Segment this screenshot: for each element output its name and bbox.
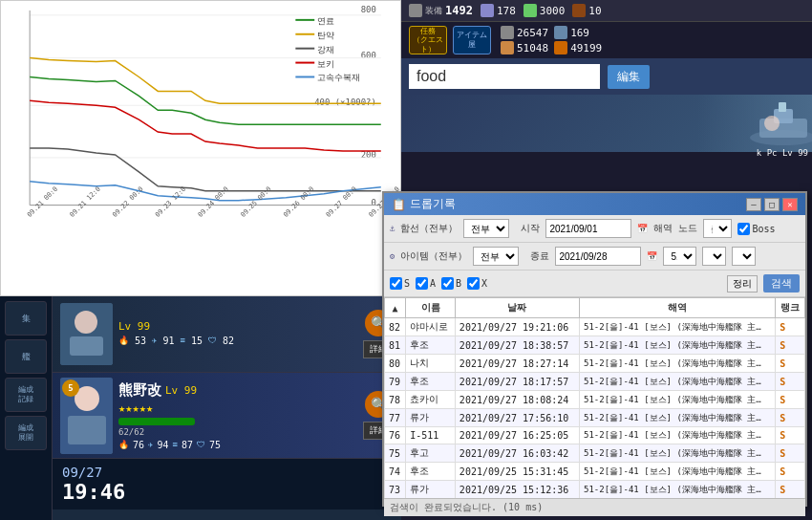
cell-area: 51-2[을]-41 [보스] (深海地中海艦隊 主… [580,463,776,481]
svg-rect-42 [68,416,106,444]
time-display: 19:46 [62,480,392,504]
resource-bar: 装備 1492 178 3000 10 [401,0,812,22]
window-title: 드롭기록 [410,196,456,212]
minimize-button[interactable]: – [746,198,761,211]
calendar-icon-end[interactable]: 📅 [647,251,657,261]
table-row: 76 I-511 2021/09/27 16:25:05 51-2[을]-41 … [385,427,805,444]
ship-stats-2: 🔥 76 ✈ 94 ≡ 87 🛡 75 [118,440,357,450]
ship-badge-2: 5 [62,379,79,397]
res-b-value: 169 [570,27,589,39]
nav-collect[interactable]: 集 [5,301,47,336]
cell-name: 나치 [406,355,456,373]
rank-s-checkbox[interactable] [390,277,402,290]
cell-name: 후조 [406,373,456,391]
ammo-resource: 178 [481,4,516,17]
cell-date: 2021/09/25 15:12:36 [455,481,579,499]
ship-filter-icon: ⚓ [390,224,395,233]
col-num: ▲ [385,298,406,318]
search-button[interactable]: 검색 [763,274,800,292]
drop-table-container: ▲ 이름 날짜 해역 랭크 82 야마시로 2021/09/27 19:21:0… [384,297,805,498]
cell-num: 73 [385,481,406,499]
cell-area: 51-2[을]-41 [보스] (深海地中海艦隊 主… [580,355,776,373]
mission-button[interactable]: 任務（クエスト） [409,26,447,54]
cell-date: 2021/09/27 18:08:24 [455,391,579,409]
rank-a-checkbox[interactable] [416,277,428,290]
boss-checkbox[interactable] [737,223,750,235]
cell-num: 75 [385,444,406,463]
drop-table: ▲ 이름 날짜 해역 랭크 82 야마시로 2021/09/27 19:21:0… [384,297,805,498]
resource-col1: 26547 51048 [501,26,548,54]
end-date-input[interactable] [555,247,641,266]
cell-date: 2021/09/27 16:25:05 [455,427,579,444]
table-header-row: ▲ 이름 날짜 해역 랭크 [385,298,805,318]
cell-num: 81 [385,336,406,355]
cell-name: 후고 [406,444,456,463]
close-button[interactable]: ✕ [782,198,798,211]
cell-date: 2021/09/27 19:21:06 [455,318,579,336]
chart-svg: 800 600 400 (×1000?) 200 0 09.21 00:0 09… [1,1,400,295]
rank-x-checkbox[interactable] [467,277,480,290]
cell-name: 후조 [406,336,456,355]
ship-panel: Lv 99 🔥 53 ✈ 91 ≡ 15 🛡 82 🔍 詳細 [53,296,401,520]
cell-name: 류가 [406,481,456,499]
cell-area: 51-2[을]-41 [보스] (深海地中海艦隊 主… [580,336,776,355]
table-row: 82 야마시로 2021/09/27 19:21:06 51-2[을]-41 [… [385,318,805,336]
maximize-button[interactable]: □ [764,198,780,211]
res-b: 169 [554,26,602,39]
rank-b-checkbox[interactable] [441,277,454,290]
nav-compose-record[interactable]: 編成記録 [5,378,47,412]
boss-checkbox-label: Boss [737,223,775,235]
res-d-value: 49199 [570,42,602,54]
sortie-select[interactable]: 51 [663,247,696,266]
cell-num: 78 [385,391,406,409]
cell-rank: S [776,391,805,409]
drop-table-body: 82 야마시로 2021/09/27 19:21:06 51-2[을]-41 [… [385,318,805,499]
sort-button[interactable]: 정리 [727,275,758,292]
ship-fire-icon-1: 🔥 [118,336,129,346]
datetime-panel: 09/27 19:46 [53,459,401,509]
cell-name: I-511 [406,427,456,444]
rank-b-label: B [441,277,461,290]
res-c-value: 51048 [517,42,548,54]
cell-num: 74 [385,463,406,481]
nav-compose-expand[interactable]: 編成展開 [5,416,47,450]
henshu-button[interactable]: 編集 [608,65,650,89]
calendar-icon-start[interactable]: 📅 [637,224,648,233]
ship-info-1: Lv 99 🔥 53 ✈ 91 ≡ 15 🛡 82 [118,320,357,349]
table-row: 80 나치 2021/09/27 18:27:14 51-2[을]-41 [보스… [385,355,805,373]
ship-name-2: 熊野改 [118,381,161,400]
node-select-2[interactable]: ・ [702,247,726,266]
ship-filter-select[interactable]: 전부 [463,219,509,238]
fuel-icon [524,4,537,17]
start-date-input[interactable] [545,219,631,238]
item-shop-button[interactable]: アイテム屋 [453,26,491,54]
ship-torpedo-val-1: 15 [191,336,203,346]
armor-value: 1492 [445,4,473,17]
ship-hp-text-2: 62/62 [118,427,357,437]
nav-collect-label: 集 [22,313,31,325]
col-rank: 랭크 [776,298,805,318]
svg-rect-35 [779,102,786,112]
item-filter-select[interactable]: 전부 [473,247,519,266]
nav-compose-expand-label: 編成展開 [18,423,33,442]
res-d-icon [554,41,567,54]
svg-text:보키: 보키 [317,59,334,69]
food-search-input[interactable] [409,64,600,89]
status-text: 검색이 완료되었습니다. (10 ms) [390,502,543,512]
fuel-value: 3000 [540,5,566,17]
ship-aa-icon-1: ✈ [152,336,157,346]
status-bar: 검색이 완료되었습니다. (10 ms) [384,498,805,516]
rank-a-label: A [416,277,436,290]
rank-s-label: S [390,277,410,290]
node-select[interactable]: 출 [703,219,732,238]
filter-row-2: ⚙ 아이템（전부） 전부 종료 📅 51 ・ → [384,243,805,271]
arrow-select[interactable]: → [732,247,756,266]
ammo-value: 178 [497,5,516,17]
cell-rank: S [776,444,805,463]
ship-filter-label: 함선（전부） [400,222,458,235]
cell-area: 51-2[을]-41 [보스] (深海地中海艦隊 主… [580,409,776,427]
res-c-icon [501,41,514,54]
nav-ships[interactable]: 艦 [5,339,47,374]
cell-rank: S [776,373,805,391]
ship-fire-icon-2: 🔥 [118,440,129,450]
